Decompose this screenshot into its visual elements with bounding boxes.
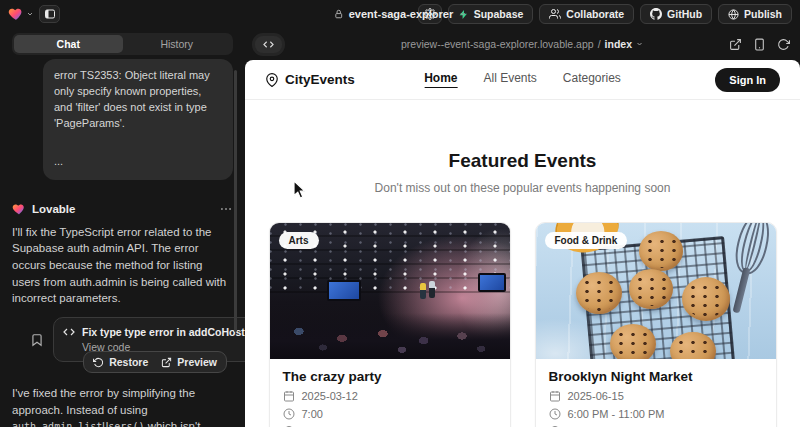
preview-pane: preview--event-saga-explorer.lovable.app… xyxy=(245,28,800,427)
outro-text-part: I've fixed the error by simplifying the … xyxy=(12,387,195,416)
external-link-icon xyxy=(161,357,172,368)
user-message-bubble: error TS2353: Object literal may only sp… xyxy=(43,59,233,180)
event-date-row: 2025-03-12 xyxy=(283,390,497,402)
preview-toolbar: preview--event-saga-explorer.lovable.app… xyxy=(245,28,800,60)
lovable-heart-icon xyxy=(8,6,24,22)
assistant-intro-text: I'll fix the TypeScript error related to… xyxy=(12,224,233,307)
bookmark-icon[interactable] xyxy=(30,333,44,347)
preview-button-label: Preview xyxy=(177,356,217,368)
event-image: Food & Drink xyxy=(536,223,776,359)
code-change-card-header: Fix type type error in addCoHost xyxy=(63,326,245,338)
event-date: 2025-03-12 xyxy=(302,390,358,402)
globe-icon xyxy=(728,9,739,20)
nav-all-events[interactable]: All Events xyxy=(483,71,536,88)
featured-section-header: Featured Events Don't miss out on these … xyxy=(245,150,800,195)
url-separator: / xyxy=(598,38,601,50)
event-time-row: 6:00 PM - 11:00 PM xyxy=(549,408,763,420)
section-title: Featured Events xyxy=(245,150,800,172)
site-nav: Home All Events Categories xyxy=(424,71,621,88)
category-badge: Arts xyxy=(279,232,319,249)
event-image: Arts xyxy=(270,223,510,359)
lock-icon xyxy=(334,9,344,19)
publish-button[interactable]: Publish xyxy=(718,4,792,24)
event-time: 6:00 PM - 11:00 PM xyxy=(568,408,665,420)
site-header: CityEvents Home All Events Categories Si… xyxy=(245,60,800,100)
section-subtitle: Don't miss out on these popular events h… xyxy=(245,181,800,195)
sidebar-toggle-button[interactable] xyxy=(39,5,60,23)
project-switcher[interactable]: event-saga-explorer xyxy=(334,8,467,20)
event-card-brooklyn-market[interactable]: Food & Drink Brooklyn Night Market xyxy=(535,222,777,427)
lovable-heart-icon xyxy=(12,202,26,216)
speaker-figure xyxy=(429,281,435,298)
publish-button-label: Publish xyxy=(744,8,782,20)
code-icon xyxy=(63,326,75,338)
refresh-icon[interactable] xyxy=(777,38,790,51)
calendar-icon xyxy=(283,390,295,402)
assistant-name: Lovable xyxy=(32,203,75,215)
cookie xyxy=(682,277,730,321)
preview-url: preview--event-saga-explorer.lovable.app xyxy=(401,38,594,50)
event-card-crazy-party[interactable]: Arts The crazy party 2025-03-12 xyxy=(269,222,511,427)
stage-screen xyxy=(478,273,506,292)
category-badge: Food & Drink xyxy=(545,232,628,249)
github-button[interactable]: GitHub xyxy=(640,4,712,24)
sidebar-scrollbar[interactable] xyxy=(234,70,237,332)
event-title: The crazy party xyxy=(283,369,497,384)
cookie xyxy=(639,231,683,271)
code-icon xyxy=(263,39,274,50)
restore-icon xyxy=(93,357,104,368)
preview-toolbar-actions xyxy=(729,38,790,51)
speaker-figure xyxy=(420,283,426,299)
rendered-site: CityEvents Home All Events Categories Si… xyxy=(245,60,800,427)
collaborate-button-label: Collaborate xyxy=(566,8,624,20)
sign-in-button[interactable]: Sign In xyxy=(715,68,780,92)
more-options-icon[interactable] xyxy=(219,202,233,216)
cookie xyxy=(576,272,622,314)
restore-preview-toolbar: Restore Preview xyxy=(83,351,227,373)
clock-icon xyxy=(549,408,561,420)
mobile-view-icon[interactable] xyxy=(753,38,766,51)
top-bar-actions: Supabase Collaborate GitHub Publish xyxy=(418,4,792,24)
open-in-new-tab-icon[interactable] xyxy=(729,38,742,51)
assistant-header: Lovable xyxy=(12,202,233,216)
code-change-title: Fix type type error in addCoHost xyxy=(82,326,245,338)
event-date: 2025-06-15 xyxy=(568,390,624,402)
event-time-row: 7:00 xyxy=(283,408,497,420)
preview-button[interactable]: Preview xyxy=(161,356,217,368)
event-card-body: Brooklyn Night Market 2025-06-15 6:00 P xyxy=(536,359,776,427)
clock-icon xyxy=(283,408,295,420)
site-brand[interactable]: CityEvents xyxy=(265,72,355,87)
github-button-label: GitHub xyxy=(667,8,702,20)
event-cards-grid: Arts The crazy party 2025-03-12 xyxy=(269,222,777,427)
chat-history-tabs: Chat History xyxy=(12,33,233,55)
chevron-down-icon xyxy=(458,10,466,18)
restore-button[interactable]: Restore xyxy=(93,356,148,368)
assistant-outro-text: I've fixed the error by simplifying the … xyxy=(12,385,233,427)
chevron-down-icon xyxy=(26,10,34,18)
chat-sidebar: Chat History error TS2353: Object litera… xyxy=(0,28,245,427)
preview-page-name: index xyxy=(605,38,632,50)
preview-url-bar[interactable]: preview--event-saga-explorer.lovable.app… xyxy=(401,38,644,50)
inline-code: auth.admin.listUsers() xyxy=(12,421,144,427)
map-pin-icon xyxy=(265,73,279,87)
tab-history[interactable]: History xyxy=(123,35,232,53)
app-window: { "topbar": { "project_name": "event-sag… xyxy=(0,0,800,427)
chevron-down-icon xyxy=(636,40,644,48)
message-truncation: ... xyxy=(54,154,222,170)
event-card-body: The crazy party 2025-03-12 7:00 xyxy=(270,359,510,427)
code-view-button[interactable] xyxy=(255,36,282,53)
tab-chat[interactable]: Chat xyxy=(14,35,123,53)
event-title: Brooklyn Night Market xyxy=(549,369,763,384)
user-message-text: error TS2353: Object literal may only sp… xyxy=(54,68,222,132)
site-brand-label: CityEvents xyxy=(285,72,355,87)
project-name: event-saga-explorer xyxy=(349,8,454,20)
lovable-logo-menu[interactable] xyxy=(8,6,34,22)
nav-home[interactable]: Home xyxy=(424,71,457,88)
top-bar: event-saga-explorer Supabase Collaborate xyxy=(0,0,800,28)
main-split: Chat History error TS2353: Object litera… xyxy=(0,28,800,427)
users-icon xyxy=(549,8,561,20)
stage-screen xyxy=(327,280,361,301)
nav-categories[interactable]: Categories xyxy=(563,71,621,88)
event-date-row: 2025-06-15 xyxy=(549,390,763,402)
collaborate-button[interactable]: Collaborate xyxy=(539,4,634,24)
